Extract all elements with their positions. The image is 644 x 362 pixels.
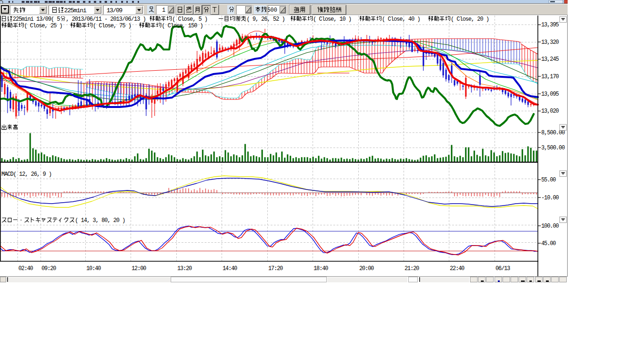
svg-text:20:00: 20:00 <box>359 265 374 272</box>
svg-text:55.00: 55.00 <box>541 177 556 183</box>
svg-text:-10.00: -10.00 <box>541 195 559 201</box>
svg-text:12:00: 12:00 <box>132 265 147 272</box>
svg-text:02:40: 02:40 <box>18 265 33 272</box>
svg-text:( Close, 10 ): ( Close, 10 ) <box>313 16 352 23</box>
svg-text:13,245: 13,245 <box>541 56 559 63</box>
svg-text:13,020: 13,020 <box>541 108 559 115</box>
svg-text:13,170: 13,170 <box>541 74 559 80</box>
svg-text:10:40: 10:40 <box>86 265 101 272</box>
svg-text:3,500.00: 3,500.00 <box>541 145 565 151</box>
svg-text:17:20: 17:20 <box>268 265 283 272</box>
svg-text:13/09: 13/09 <box>107 7 123 14</box>
svg-text:( Close, 75 ): ( Close, 75 ) <box>93 23 132 29</box>
svg-text:500: 500 <box>268 7 277 14</box>
svg-text:( Close, 150 ): ( Close, 150 ) <box>162 23 203 29</box>
svg-text:13,320: 13,320 <box>541 39 559 46</box>
svg-text:( 9, 26, 52 ): ( 9, 26, 52 ) <box>247 16 285 23</box>
svg-text:14:40: 14:40 <box>223 265 238 272</box>
svg-text:21:20: 21:20 <box>405 265 420 272</box>
svg-text:18:40: 18:40 <box>314 265 329 272</box>
svg-text:225mini: 225mini <box>64 7 87 14</box>
svg-text:13,395: 13,395 <box>541 22 559 28</box>
svg-text:( 14, 3, 80, 20 ): ( 14, 3, 80, 20 ) <box>75 217 125 224</box>
svg-text:( Close, 40 ): ( Close, 40 ) <box>382 16 421 23</box>
svg-text:( Close, 25 ): ( Close, 25 ) <box>24 23 63 29</box>
svg-text:( Close, 5 ): ( Close, 5 ) <box>172 16 208 23</box>
svg-text:MACD( 12, 26, 9 ): MACD( 12, 26, 9 ) <box>1 171 52 178</box>
svg-text:06/13: 06/13 <box>495 265 511 272</box>
svg-text:22:40: 22:40 <box>450 265 465 272</box>
svg-text:13,095: 13,095 <box>541 91 559 98</box>
svg-text:( Close, 20 ): ( Close, 20 ) <box>451 16 489 23</box>
svg-text:09:20: 09:20 <box>41 265 57 272</box>
svg-text:100.00: 100.00 <box>541 223 559 230</box>
svg-text:13:20: 13:20 <box>177 265 192 272</box>
svg-text:, 2013/06/11 - 2013/06/13 ): , 2013/06/11 - 2013/06/13 ) <box>66 16 146 23</box>
svg-text:225mini 13/09( 5: 225mini 13/09( 5 <box>13 16 60 23</box>
svg-text:1: 1 <box>162 7 165 14</box>
svg-text:45.00: 45.00 <box>541 240 556 247</box>
